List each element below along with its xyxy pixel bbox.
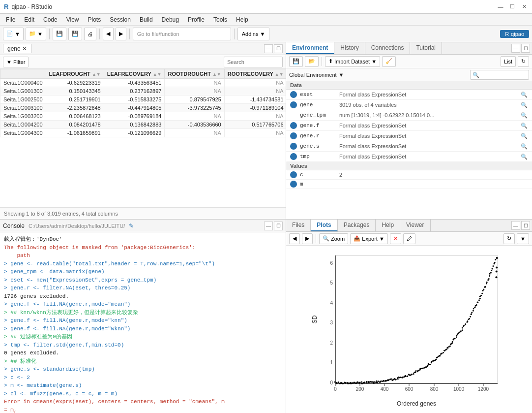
col-header-leafdrought[interactable]: LEAFDROUGHT ▲▼ (46, 69, 104, 79)
console-edit-icon[interactable]: ✎ (129, 222, 134, 229)
env-item-gene.s[interactable]: gene.s Formal class ExpressionSet 🔍 (286, 141, 532, 152)
menu-item-debug[interactable]: Debug (158, 15, 183, 24)
files-minimize-button[interactable]: — (511, 221, 520, 230)
zoom-button[interactable]: 🔍 Zoom (319, 233, 348, 244)
env-item-gene.f[interactable]: gene.f Formal class ExpressionSet 🔍 (286, 121, 532, 131)
col-header-leafrecovery[interactable]: LEAFRECOVERY ▲▼ (104, 69, 165, 79)
table-row[interactable]: Seita.1G004200 0.084201478 0.136842883 -… (0, 121, 286, 129)
table-row[interactable]: Seita.1G001300 0.150143345 0.237162897 N… (0, 87, 286, 95)
plot-dot (431, 361, 432, 362)
svg-text:0: 0 (334, 386, 337, 392)
plot-forward-button[interactable]: ▶ (302, 233, 313, 244)
minimize-button[interactable]: — (497, 3, 504, 11)
back-button[interactable]: ◀ (103, 28, 114, 40)
plot-back-button[interactable]: ◀ (289, 233, 300, 244)
cell-rootdrought: -0.403536660 (165, 121, 224, 129)
console-body[interactable]: 载入程辑包：'DynDoc'The following object is ma… (0, 232, 286, 413)
menu-item-help[interactable]: Help (232, 15, 252, 24)
files-maximize-button[interactable]: ☐ (521, 221, 530, 230)
print-button[interactable]: 🖨 (84, 28, 96, 40)
table-row[interactable]: Seita.1G002500 0.251719901 -0.515833275 … (0, 95, 286, 104)
menu-item-edit[interactable]: Edit (20, 15, 38, 24)
files-tab-viewer[interactable]: Viewer (400, 220, 430, 231)
table-minimize-button[interactable]: — (264, 44, 273, 53)
menu-item-tools[interactable]: Tools (209, 15, 231, 24)
env-tab-environment[interactable]: Environment (286, 42, 334, 54)
svg-text:Ordered genes: Ordered genes (397, 400, 436, 407)
forward-button[interactable]: ▶ (116, 28, 126, 40)
menu-item-build[interactable]: Build (136, 15, 157, 24)
list-view-button[interactable]: List (501, 56, 516, 67)
remove-plot-button[interactable]: ✕ (390, 233, 401, 244)
clear-env-button[interactable]: 🧹 (382, 56, 396, 67)
env-value-m[interactable]: m (286, 180, 532, 189)
table-row[interactable]: Seita.1G003200 0.006468123 -0.089769184 … (0, 112, 286, 121)
close-button[interactable]: ✕ (520, 3, 528, 11)
env-maximize-button[interactable]: ☐ (521, 44, 530, 53)
import-dataset-button[interactable]: ⬆ Import Dataset ▼ (325, 56, 380, 67)
console-minimize-button[interactable]: — (264, 222, 273, 230)
env-item-search-icon[interactable]: 🔍 (520, 111, 528, 119)
env-value-c[interactable]: c 2 (286, 170, 532, 180)
env-load-button[interactable]: 📂 (305, 56, 319, 67)
cell-rootrecovery: NA (224, 87, 286, 95)
menu-item-profile[interactable]: Profile (184, 15, 208, 24)
menu-item-session[interactable]: Session (106, 15, 135, 24)
env-item-gene.r[interactable]: gene.r Formal class ExpressionSet 🔍 (286, 131, 532, 141)
table-row[interactable]: Seita.1G000400 -0.629223319 -0.433563451… (0, 79, 286, 87)
go-to-file-input[interactable]: Go to file/function (133, 28, 231, 40)
save-button[interactable]: 💾 (53, 28, 66, 40)
col-header-rootrecovery[interactable]: ROOTRECOVERY ▲▼ (224, 69, 286, 79)
filter-button[interactable]: ▼ Filter (3, 57, 29, 67)
env-minimize-button[interactable]: — (511, 44, 520, 53)
files-tab-plots[interactable]: Plots (311, 220, 337, 231)
plot-options-button[interactable]: 🖊 (403, 233, 415, 244)
menu-item-plots[interactable]: Plots (84, 15, 105, 24)
col-header-rootdrought[interactable]: ROOTDROUGHT ▲▼ (165, 69, 224, 79)
table-search-input[interactable] (224, 57, 283, 67)
files-tab-help[interactable]: Help (376, 220, 400, 231)
env-item-search-icon[interactable]: 🔍 (520, 122, 528, 129)
svg-text:1: 1 (330, 360, 333, 365)
gene-tab[interactable]: gene ✕ (3, 44, 31, 53)
plot-dot (471, 312, 473, 314)
maximize-button[interactable]: ☐ (508, 3, 516, 11)
table-row[interactable]: Seita.1G003100 -2.235872648 -0.447914805… (0, 104, 286, 112)
plot-dot (397, 378, 399, 380)
files-expand-button[interactable]: ▼ (517, 233, 529, 244)
env-save-button[interactable]: 💾 (289, 56, 303, 67)
console-maximize-button[interactable]: ☐ (274, 222, 283, 230)
env-icon (290, 153, 297, 160)
files-tab-packages[interactable]: Packages (338, 220, 376, 231)
addins-button[interactable]: Addins ▼ (237, 28, 270, 40)
env-item-search-icon[interactable]: 🔍 (520, 142, 528, 150)
plot-dot (395, 379, 397, 380)
env-refresh-button[interactable]: ↻ (518, 56, 529, 67)
env-tab-connections[interactable]: Connections (365, 42, 411, 54)
env-item-tmp[interactable]: tmp Formal class ExpressionSet 🔍 (286, 152, 532, 162)
save-all-button[interactable]: 💾 (68, 28, 82, 40)
env-item-search-icon[interactable]: 🔍 (520, 91, 528, 98)
open-file-button[interactable]: 📁 ▼ (26, 28, 46, 40)
table-row[interactable]: Seita.1G004300 -1.061659891 -0.121096629… (0, 129, 286, 137)
files-refresh-button[interactable]: ↻ (503, 233, 515, 244)
env-tab-tutorial[interactable]: Tutorial (410, 42, 442, 54)
env-global-selector[interactable]: Global Environment ▼ (286, 68, 532, 81)
menu-item-code[interactable]: Code (39, 15, 61, 24)
env-item-gene_tpm[interactable]: gene_tpm num [1:3019, 1:4] -0.62922 0.15… (286, 110, 532, 121)
new-file-button[interactable]: 📄 ▼ (3, 28, 24, 40)
cell-leafdrought: 0.006468123 (46, 112, 104, 121)
files-tab-files[interactable]: Files (286, 220, 311, 231)
env-item-search-icon[interactable]: 🔍 (520, 132, 528, 140)
env-item-search-icon[interactable]: 🔍 (520, 153, 528, 160)
env-item-eset[interactable]: eset Formal class ExpressionSet 🔍 (286, 90, 532, 100)
menu-item-view[interactable]: View (62, 15, 83, 24)
env-tab-history[interactable]: History (334, 42, 365, 54)
plot-dot (422, 368, 424, 369)
env-search-input[interactable] (470, 70, 529, 80)
env-item-search-icon[interactable]: 🔍 (520, 101, 528, 109)
menu-item-file[interactable]: File (2, 15, 19, 24)
export-button[interactable]: 📤 Export ▼ (350, 233, 388, 244)
table-maximize-button[interactable]: ☐ (274, 44, 283, 53)
env-item-gene[interactable]: gene 3019 obs. of 4 variables 🔍 (286, 100, 532, 110)
